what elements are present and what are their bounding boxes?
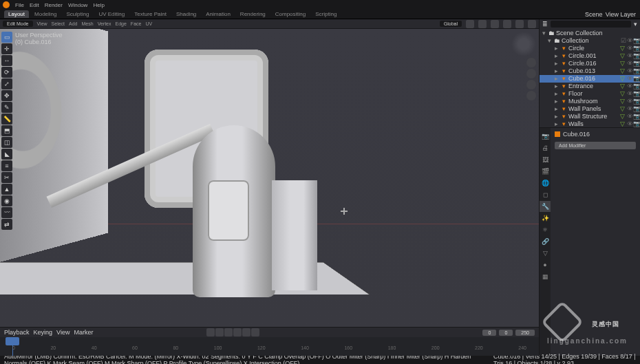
outliner-collection[interactable]: ▾🖿 Collection ☑👁📷 <box>540 37 640 45</box>
ptab-particles-icon[interactable]: ✨ <box>540 213 551 224</box>
vp-menu-mesh[interactable]: Mesh <box>82 21 94 26</box>
ptab-material-icon[interactable]: ● <box>540 259 551 270</box>
pan-nav-icon[interactable] <box>526 69 536 78</box>
tab-uv[interactable]: UV Editing <box>94 10 129 18</box>
tab-animation[interactable]: Animation <box>202 10 235 18</box>
proportional-edit-icon[interactable] <box>478 20 487 28</box>
vp-menu-vertex[interactable]: Vertex <box>98 21 111 26</box>
tab-shading[interactable]: Shading <box>172 10 200 18</box>
menu-edit[interactable]: Edit <box>30 2 39 8</box>
current-frame-field[interactable]: 0 <box>482 330 496 336</box>
vp-menu-select[interactable]: Select <box>52 21 65 26</box>
tool-cursor[interactable]: ✛ <box>1 43 12 54</box>
orientation-dropdown[interactable]: Global <box>440 21 462 27</box>
viewlayer-selector[interactable]: View Layer <box>606 11 636 18</box>
outliner-item[interactable]: ▸▾Cube.013▽👁📷 <box>540 67 640 75</box>
zoom-nav-icon[interactable] <box>526 58 536 67</box>
tool-scale[interactable]: ⤢ <box>1 78 12 89</box>
tool-loopcut[interactable]: ≡ <box>1 160 12 171</box>
prev-key-icon[interactable] <box>215 328 224 336</box>
vp-menu-add[interactable]: Add <box>69 21 77 26</box>
mode-dropdown[interactable]: Edit Mode <box>3 21 33 27</box>
outliner-item[interactable]: ▸▾Wall Structure▽👁📷 <box>540 113 640 120</box>
outliner-item[interactable]: ▸▾Mushroom▽👁📷 <box>540 98 640 105</box>
menu-window[interactable]: Window <box>68 2 87 8</box>
ptab-output-icon[interactable]: 🖨 <box>540 142 551 153</box>
tab-compositing[interactable]: Compositing <box>271 10 310 18</box>
outliner-filter-icon[interactable]: ▾ <box>634 21 637 28</box>
viewport-3d-canvas[interactable]: ▭ ✛ ↔ ⟳ ⤢ ✥ ✎ 📏 ⬒ ◫ ◣ ≡ ✂ ▲ ◉ 〰 ⇄ User P… <box>0 29 539 327</box>
play-reverse-icon[interactable] <box>224 328 233 336</box>
outliner-item[interactable]: ▸▾Cube.016▽👁📷 <box>540 75 640 83</box>
timeline-ruler[interactable]: 0 20 40 60 80 100 120 140 160 180 200 22… <box>0 337 539 356</box>
shading-solid-icon[interactable] <box>503 20 511 28</box>
tab-layout[interactable]: Layout <box>4 10 29 18</box>
ptab-modifier-icon[interactable]: 🔧 <box>540 201 551 212</box>
end-frame-field[interactable]: 250 <box>515 330 535 336</box>
tool-bevel[interactable]: ◣ <box>1 149 12 160</box>
tool-extrude[interactable]: ⬒ <box>1 125 12 136</box>
jump-end-icon[interactable] <box>251 328 259 336</box>
tab-rendering[interactable]: Rendering <box>236 10 270 18</box>
jump-start-icon[interactable] <box>206 328 215 336</box>
tab-scripting[interactable]: Scripting <box>311 10 341 18</box>
vp-menu-uv[interactable]: UV <box>145 21 152 26</box>
orbit-gizmo[interactable] <box>511 32 536 56</box>
tool-spin[interactable]: ◉ <box>1 195 12 206</box>
menu-file[interactable]: File <box>15 2 24 8</box>
tool-inset[interactable]: ◫ <box>1 137 12 148</box>
ptab-constraints-icon[interactable]: 🔗 <box>540 236 551 247</box>
add-modifier-button[interactable]: Add Modifier <box>555 142 636 149</box>
camera-nav-icon[interactable] <box>526 80 536 89</box>
outliner-editor-icon[interactable]: ≣ <box>542 21 548 28</box>
outliner-item[interactable]: ▸▾Circle▽👁📷 <box>540 45 640 52</box>
tab-texpaint[interactable]: Texture Paint <box>130 10 171 18</box>
outliner-item[interactable]: ▸▾Wall Panels▽👁📷 <box>540 105 640 113</box>
next-key-icon[interactable] <box>242 328 250 336</box>
vp-menu-edge[interactable]: Edge <box>116 21 127 26</box>
tool-select-box[interactable]: ▭ <box>1 32 12 43</box>
ptab-render-icon[interactable]: 📷 <box>540 131 551 142</box>
tool-smooth[interactable]: 〰 <box>1 207 12 218</box>
shading-wireframe-icon[interactable] <box>491 20 499 28</box>
timeline-menu-playback[interactable]: Playback <box>4 329 30 336</box>
outliner-item[interactable]: ▸▾Entrance▽👁📷 <box>540 83 640 90</box>
shading-matprev-icon[interactable] <box>515 20 524 28</box>
start-frame-field[interactable]: 0 <box>499 330 513 336</box>
outliner-search-input[interactable] <box>551 21 631 28</box>
ptab-viewlayer-icon[interactable]: 🖼 <box>540 154 551 165</box>
outliner-item[interactable]: ▸▾Circle.001▽👁📷 <box>540 52 640 60</box>
ptab-texture-icon[interactable]: ▦ <box>540 271 551 282</box>
ptab-physics-icon[interactable]: ⚛ <box>540 224 551 235</box>
menu-help[interactable]: Help <box>93 2 104 8</box>
ptab-object-icon[interactable]: ◻ <box>540 189 551 200</box>
play-icon[interactable] <box>233 328 242 336</box>
vp-menu-face[interactable]: Face <box>131 21 142 26</box>
tool-polybuild[interactable]: ▲ <box>1 184 12 195</box>
timeline-menu-view[interactable]: View <box>56 329 70 336</box>
tool-annotate[interactable]: ✎ <box>1 102 12 113</box>
scene-selector[interactable]: Scene <box>585 11 603 18</box>
persp-ortho-icon[interactable] <box>526 91 536 100</box>
tool-move[interactable]: ↔ <box>1 55 12 66</box>
timeline-menu-marker[interactable]: Marker <box>74 329 93 336</box>
tool-edgeslide[interactable]: ⇄ <box>1 219 12 230</box>
ptab-world-icon[interactable]: 🌐 <box>540 178 551 189</box>
timeline-menu-keying[interactable]: Keying <box>34 329 53 336</box>
vp-menu-view[interactable]: View <box>37 21 47 26</box>
tab-sculpting[interactable]: Sculpting <box>63 10 94 18</box>
tool-knife[interactable]: ✂ <box>1 172 12 183</box>
menu-render[interactable]: Render <box>45 2 63 8</box>
outliner-item[interactable]: ▸▾Circle.016▽👁📷 <box>540 60 640 67</box>
outliner-item[interactable]: ▸▾Floor▽👁📷 <box>540 90 640 98</box>
outliner-scene-collection[interactable]: ▾🖿 Scene Collection <box>540 30 640 37</box>
tab-modeling[interactable]: Modeling <box>30 10 61 18</box>
tool-rotate[interactable]: ⟳ <box>1 67 12 78</box>
snap-toggle-icon[interactable] <box>466 20 474 28</box>
shading-rendered-icon[interactable] <box>528 20 536 28</box>
outliner-item[interactable]: ▸▾Walls▽👁📷 <box>540 120 640 128</box>
ptab-mesh-icon[interactable]: ▽ <box>540 248 551 259</box>
ptab-scene-icon[interactable]: 🎬 <box>540 166 551 177</box>
tool-measure[interactable]: 📏 <box>1 114 12 125</box>
tool-transform[interactable]: ✥ <box>1 90 12 101</box>
